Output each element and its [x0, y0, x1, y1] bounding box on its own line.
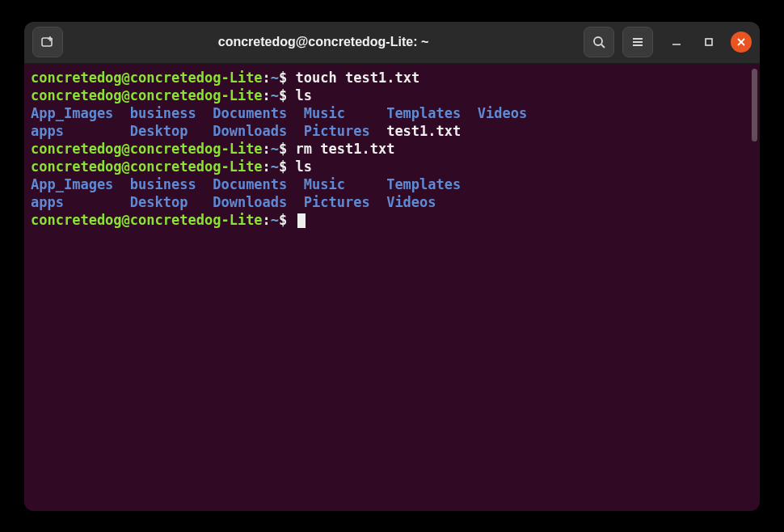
dir-entry: Downloads — [213, 123, 304, 139]
command: rm test1.txt — [296, 141, 395, 157]
dir-entry: Pictures — [304, 194, 386, 210]
dir-entry: Music — [304, 105, 386, 121]
dir-entry: Videos — [386, 194, 436, 210]
dir-entry: business — [130, 176, 213, 192]
dir-entry: Documents — [213, 176, 304, 192]
prompt-user: concretedog — [31, 158, 122, 175]
dir-entry: Pictures — [304, 123, 386, 139]
minimize-button[interactable] — [666, 32, 687, 53]
dir-entry: apps — [31, 194, 130, 210]
prompt-colon: : — [263, 158, 271, 175]
prompt-host: concretedog-Lite — [130, 141, 263, 157]
prompt-at: @ — [122, 87, 130, 103]
search-button[interactable] — [584, 27, 614, 57]
file-entry: test1.txt — [386, 123, 461, 139]
command: ls — [296, 87, 312, 103]
minimize-icon — [671, 36, 682, 48]
ls-output-row: App_Images business Documents Music Temp… — [31, 104, 753, 122]
maximize-icon — [703, 36, 714, 48]
prompt-at: @ — [122, 158, 130, 175]
maximize-button[interactable] — [698, 32, 719, 53]
prompt-host: concretedog-Lite — [130, 87, 263, 103]
dir-entry: business — [130, 105, 213, 121]
prompt-line: concretedog@concretedog-Lite:~$ touch te… — [31, 69, 753, 87]
titlebar: concretedog@concretedog-Lite: ~ — [24, 22, 760, 64]
dir-entry: Videos — [478, 105, 527, 121]
prompt-host: concretedog-Lite — [130, 212, 263, 228]
terminal-body[interactable]: concretedog@concretedog-Lite:~$ touch te… — [24, 64, 760, 511]
dir-entry: Templates — [386, 176, 461, 192]
dir-entry: App_Images — [31, 176, 130, 192]
svg-rect-9 — [706, 39, 712, 45]
prompt-line: concretedog@concretedog-Lite:~$ ls — [31, 158, 753, 175]
svg-line-4 — [601, 44, 605, 48]
new-tab-icon — [40, 35, 55, 49]
prompt-host: concretedog-Lite — [130, 158, 263, 175]
prompt-line: concretedog@concretedog-Lite:~$ — [31, 211, 753, 229]
dir-entry: Music — [304, 176, 386, 192]
prompt-dollar: $ — [279, 158, 287, 175]
svg-point-3 — [594, 37, 602, 45]
search-icon — [592, 35, 606, 49]
ls-output-row: apps Desktop Downloads Pictures Videos — [31, 193, 753, 211]
ls-output-row: App_Images business Documents Music Temp… — [31, 175, 753, 193]
dir-entry: App_Images — [31, 105, 130, 121]
prompt-at: @ — [122, 141, 130, 157]
prompt-colon: : — [263, 212, 271, 228]
dir-entry: Documents — [213, 105, 304, 121]
prompt-dollar: $ — [279, 87, 287, 103]
window-controls — [666, 32, 752, 53]
menu-button[interactable] — [622, 27, 653, 57]
new-tab-button[interactable] — [32, 27, 63, 57]
dir-entry: Desktop — [130, 194, 213, 210]
prompt-at: @ — [122, 212, 130, 228]
ls-output-row: apps Desktop Downloads Pictures test1.tx… — [31, 122, 753, 140]
window-title: concretedog@concretedog-Lite: ~ — [71, 35, 575, 49]
cursor — [297, 213, 306, 228]
prompt-line: concretedog@concretedog-Lite:~$ rm test1… — [31, 140, 753, 158]
prompt-colon: : — [263, 87, 271, 103]
hamburger-icon — [630, 35, 645, 49]
close-icon — [736, 37, 746, 47]
prompt-dollar: $ — [279, 141, 287, 157]
prompt-colon: : — [263, 70, 271, 86]
prompt-at: @ — [122, 70, 130, 86]
prompt-host: concretedog-Lite — [130, 70, 263, 86]
terminal-window: concretedog@concretedog-Lite: ~ — [24, 22, 760, 511]
prompt-user: concretedog — [31, 70, 122, 86]
dir-entry: Desktop — [130, 123, 213, 139]
prompt-path: ~ — [271, 212, 279, 228]
prompt-dollar: $ — [279, 212, 287, 228]
dir-entry: Downloads — [213, 194, 304, 210]
prompt-dollar: $ — [279, 70, 287, 86]
command: ls — [296, 158, 312, 175]
prompt-path: ~ — [271, 70, 279, 86]
prompt-path: ~ — [271, 158, 279, 175]
prompt-user: concretedog — [31, 87, 122, 103]
prompt-colon: : — [263, 141, 271, 157]
prompt-path: ~ — [271, 87, 279, 103]
scrollbar[interactable] — [752, 69, 757, 141]
close-button[interactable] — [731, 32, 752, 53]
prompt-user: concretedog — [31, 141, 122, 157]
prompt-path: ~ — [271, 141, 279, 157]
dir-entry: apps — [31, 123, 130, 139]
command: touch test1.txt — [296, 70, 420, 86]
prompt-line: concretedog@concretedog-Lite:~$ ls — [31, 87, 753, 104]
dir-entry: Templates — [386, 105, 478, 121]
prompt-user: concretedog — [31, 212, 122, 228]
